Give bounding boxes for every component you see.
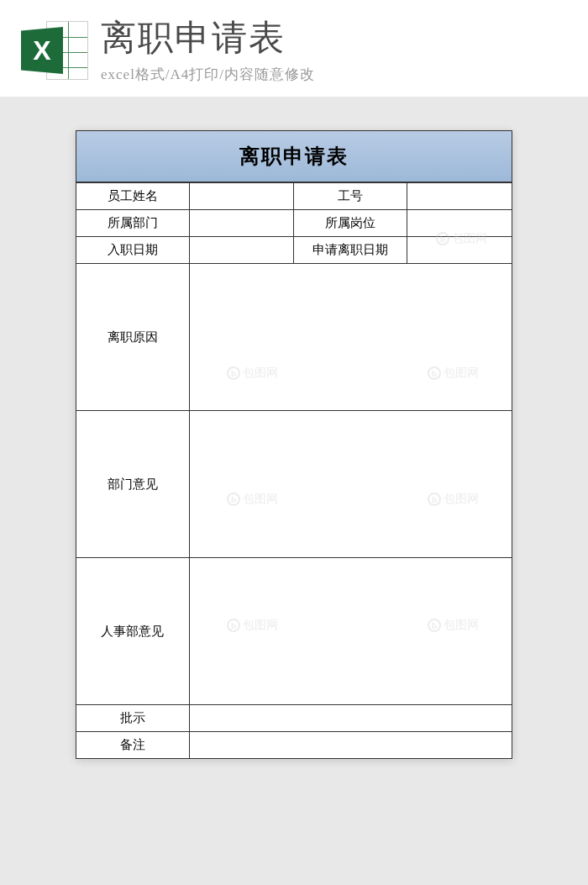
form-title-bar: 离职申请表 (76, 130, 512, 182)
table-row: 人事部意见 (76, 558, 512, 705)
table-row: 所属部门 所属岗位 (76, 210, 512, 237)
table-row: 入职日期 申请离职日期 (76, 237, 512, 264)
dept-opinion-label: 部门意见 (76, 411, 190, 558)
hire-date-value (189, 237, 294, 264)
reason-label: 离职原因 (76, 264, 190, 411)
form-table: 员工姓名 工号 所属部门 所属岗位 入职日期 申请离职日期 离职原因 (76, 182, 512, 759)
employee-name-label: 员工姓名 (76, 183, 190, 210)
position-value (407, 210, 512, 237)
reason-value (189, 264, 512, 411)
remarks-label: 备注 (76, 732, 190, 759)
employee-id-label: 工号 (294, 183, 407, 210)
hr-opinion-value (189, 558, 512, 705)
header-subtitle: excel格式/A4打印/内容随意修改 (101, 65, 567, 84)
approval-value (189, 705, 512, 732)
resign-date-label: 申请离职日期 (294, 237, 407, 264)
department-value (189, 210, 294, 237)
resignation-form: 离职申请表 员工姓名 工号 所属部门 所属岗位 入职日期 申请离职日期 (76, 130, 512, 759)
hr-opinion-label: 人事部意见 (76, 558, 190, 705)
table-row: 备注 (76, 732, 512, 759)
table-row: 批示 (76, 705, 512, 732)
document-wrapper: 离职申请表 员工姓名 工号 所属部门 所属岗位 入职日期 申请离职日期 (0, 97, 588, 793)
employee-name-value (189, 183, 294, 210)
approval-label: 批示 (76, 705, 190, 732)
dept-opinion-value (189, 411, 512, 558)
remarks-value (189, 732, 512, 759)
header-text-block: 离职申请表 excel格式/A4打印/内容随意修改 (101, 17, 567, 83)
excel-icon: X (21, 17, 88, 84)
table-row: 员工姓名 工号 (76, 183, 512, 210)
header-title: 离职申请表 (101, 17, 567, 59)
hire-date-label: 入职日期 (76, 237, 190, 264)
table-row: 离职原因 (76, 264, 512, 411)
excel-x-letter: X (21, 27, 63, 74)
position-label: 所属岗位 (294, 210, 407, 237)
resign-date-value (407, 237, 512, 264)
form-title: 离职申请表 (76, 143, 512, 170)
department-label: 所属部门 (76, 210, 190, 237)
page-header: X 离职申请表 excel格式/A4打印/内容随意修改 (0, 0, 588, 97)
table-row: 部门意见 (76, 411, 512, 558)
employee-id-value (407, 183, 512, 210)
